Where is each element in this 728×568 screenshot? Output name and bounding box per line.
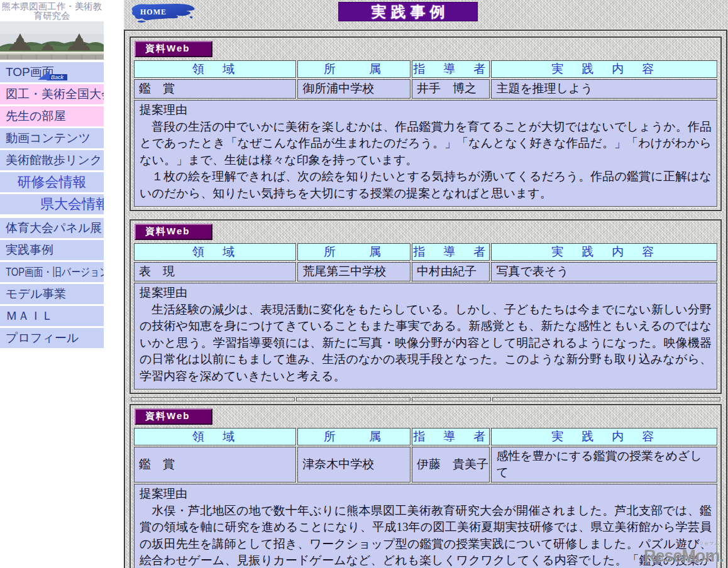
sidebar-item-sensei-no-heya[interactable]: 先生の部屋 (0, 106, 104, 126)
sidebar-item-douga-contents[interactable]: 動画コンテンツ (0, 128, 104, 148)
sidebar-item-profile[interactable]: プロフィール (0, 328, 104, 348)
reason-cell: 提案理由 水俣・芦北地区の地で数十年ぶりに熊本県図工美術教育研究大会が開催されま… (134, 484, 717, 568)
table-row: 鑑 賞 津奈木中学校 伊藤 貴美子 感性を豊かにする鑑賞の授業をめざして (134, 447, 717, 483)
cell-content: 写真で表そう (491, 262, 717, 281)
reason-paragraph: 生活経験の減少は、表現活動に変化をもたらしている。しかし、子どもたちは今までにな… (140, 302, 712, 385)
sidebar-item-taiiku-panel[interactable]: 体育大会パネル展 (0, 218, 104, 238)
col-header-shidosha: 指 導 者 (412, 243, 490, 261)
siryo-web-button[interactable]: 資料Web (135, 41, 212, 57)
sidebar-item-model-jigyo[interactable]: モデル事業 (0, 284, 104, 304)
col-header-jissen-naiyo: 実 践 内 容 (491, 428, 717, 445)
col-header-shozoku: 所 属 (297, 428, 411, 445)
col-header-jissen-naiyo: 実 践 内 容 (491, 60, 717, 78)
reason-paragraph: 普段の生活の中でいかに美術を楽しむかは、作品鑑賞力を育てることが大切ではないでし… (140, 119, 712, 169)
col-header-ryoiki: 領 域 (134, 243, 296, 261)
page-title: 実践事例 (338, 2, 478, 21)
sidebar-item-label: ＭＡＩＬ (6, 308, 53, 324)
siryo-web-button[interactable]: 資料Web (135, 224, 212, 240)
cell-content: 感性を豊かにする鑑賞の授業をめざして (491, 447, 717, 483)
castle-image (0, 21, 104, 60)
col-header-shidosha: 指 導 者 (412, 60, 490, 78)
reason-cell: 提案理由 生活経験の減少は、表現活動に変化をもたらしている。しかし、子どもたちは… (134, 283, 717, 390)
sidebar-item-label: 図工・美術全国大会 (6, 86, 104, 102)
site-name: 熊本県図画工作・美術教育研究会 (0, 0, 104, 21)
col-header-shozoku: 所 属 (297, 60, 411, 78)
sidebar-item-top-old-version[interactable]: TOP画面・旧バージョン (0, 262, 104, 282)
content-frame: 資料Web 領 域 所 属 指 導 者 実 践 内 容 鑑 賞 御所浦中学校 井… (124, 30, 727, 568)
col-header-shozoku: 所 属 (297, 243, 411, 261)
sidebar-item-label: 実践事例 (6, 242, 53, 258)
header-bar: HOME 実践事例 (124, 0, 728, 30)
table-row: 表 現 荒尾第三中学校 中村由紀子 写真で表そう (134, 262, 717, 281)
back-icon[interactable]: Back (36, 70, 68, 82)
case-block-1: 資料Web 領 域 所 属 指 導 者 実 践 内 容 鑑 賞 御所浦中学校 井… (130, 36, 722, 211)
cell-teacher: 井手 博之 (412, 79, 490, 99)
sidebar-nav: TOP画面 Back 図工・美術全国大会 先生の部屋 動画コンテンツ (0, 62, 104, 348)
cell-content: 主題を推理しよう (491, 79, 717, 99)
cell-school: 津奈木中学校 (297, 447, 411, 483)
sidebar-item-kenshukai-joho[interactable]: 研修会情報 (0, 172, 104, 192)
sidebar-item-label: 美術館散歩リンク (6, 152, 102, 168)
sidebar-item-kentaikai-joho[interactable]: 県大会情報 (0, 194, 104, 214)
reason-cell: 提案理由 普段の生活の中でいかに美術を楽しむかは、作品鑑賞力を育てることが大切で… (134, 100, 717, 207)
cell-teacher: 伊藤 貴美子 (412, 447, 490, 483)
case-block-3: 資料Web 領 域 所 属 指 導 者 実 践 内 容 鑑 賞 津奈木中学校 伊… (130, 404, 722, 568)
sidebar-item-mail[interactable]: ＭＡＩＬ (0, 306, 104, 326)
cell-field: 鑑 賞 (134, 447, 296, 483)
sidebar-item-label: 先生の部屋 (6, 108, 65, 124)
case-table: 領 域 所 属 指 導 者 実 践 内 容 表 現 荒尾第三中学校 中村由紀子 … (133, 242, 719, 391)
table-row: 鑑 賞 御所浦中学校 井手 博之 主題を推理しよう (134, 79, 717, 99)
col-header-ryoiki: 領 域 (134, 60, 296, 78)
spacer-row (130, 396, 722, 403)
sidebar-item-jissen-jirei[interactable]: 実践事例 (0, 240, 104, 260)
home-button[interactable]: HOME (130, 3, 196, 29)
reason-paragraph: 水俣・芦北地区の地で数十年ぶりに熊本県図工美術教育研究大会が開催されました。芦北… (140, 503, 712, 568)
reason-title: 提案理由 (140, 486, 712, 503)
col-header-jissen-naiyo: 実 践 内 容 (491, 243, 717, 261)
case-table: 領 域 所 属 指 導 者 実 践 内 容 鑑 賞 御所浦中学校 井手 博之 主… (133, 59, 719, 208)
resemom-watermark: リセマム ReseMom. (644, 537, 724, 563)
sidebar-item-top[interactable]: TOP画面 Back (0, 62, 104, 82)
sidebar-item-zenkoku-taikai[interactable]: 図工・美術全国大会 (0, 84, 104, 104)
sidebar-item-museum-links[interactable]: 美術館散歩リンク (0, 150, 104, 170)
cell-teacher: 中村由紀子 (412, 262, 490, 281)
case-table: 領 域 所 属 指 導 者 実 践 内 容 鑑 賞 津奈木中学校 伊藤 貴美子 … (133, 427, 719, 568)
reason-title: 提案理由 (140, 285, 712, 302)
sidebar-item-label: 県大会情報 (40, 195, 104, 214)
col-header-shidosha: 指 導 者 (412, 428, 490, 445)
main-content: HOME 実践事例 資料Web 領 域 所 属 指 導 者 実 践 内 容 (124, 0, 728, 568)
siryo-web-button[interactable]: 資料Web (135, 408, 212, 425)
home-button-label: HOME (140, 8, 167, 17)
sidebar-item-label: 研修会情報 (18, 173, 87, 192)
sidebar-item-label: モデル事業 (6, 286, 66, 302)
sidebar-item-label: プロフィール (6, 330, 79, 346)
cell-school: 荒尾第三中学校 (297, 262, 411, 281)
sidebar: 熊本県図画工作・美術教育研究会 (0, 0, 124, 568)
sidebar-item-label: 体育大会パネル展 (6, 220, 102, 236)
resemom-watermark-text: ReseMom. (644, 547, 724, 565)
cell-field: 表 現 (134, 262, 296, 281)
svg-text:Back: Back (51, 74, 64, 80)
cell-school: 御所浦中学校 (297, 79, 411, 99)
col-header-ryoiki: 領 域 (134, 428, 296, 445)
cell-field: 鑑 賞 (134, 79, 296, 99)
sidebar-item-label: TOP画面・旧バージョン (6, 265, 104, 280)
reason-paragraph: １枚の絵を理解できれば、次の絵を知りたいとする気持ちが湧いてくるだろう。作品の鑑… (140, 168, 712, 202)
reason-title: 提案理由 (140, 102, 712, 119)
case-block-2: 資料Web 領 域 所 属 指 導 者 実 践 内 容 表 現 荒尾第三中学校 … (130, 219, 722, 394)
page-root: 熊本県図画工作・美術教育研究会 (0, 0, 728, 568)
sidebar-item-label: 動画コンテンツ (6, 130, 91, 146)
